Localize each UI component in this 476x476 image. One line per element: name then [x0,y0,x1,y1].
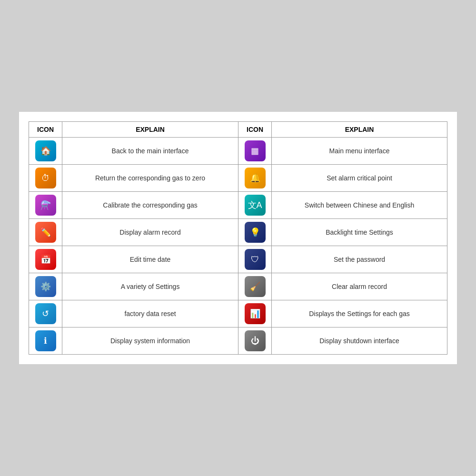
right-explain-cell: Display shutdown interface [272,327,447,355]
icon-info-icon: ℹ [35,330,56,351]
left-explain-cell: Display alarm record [62,219,238,246]
icon-password-icon: 🛡 [245,249,266,270]
left-icon-cell: 📅 [29,246,62,273]
icon-settings-icon: ⚙️ [35,276,56,297]
left-icon-cell: ✏️ [29,219,62,246]
icon-gas-settings-icon: 📊 [245,303,266,324]
icon-clear-icon: 🧹 [245,276,266,297]
icon-time-icon: 📅 [35,249,56,270]
icon-reset-icon: ↺ [35,303,56,324]
left-explain-cell: Return the corresponding gas to zero [62,165,238,192]
icon-lang-icon: 文A [245,195,266,216]
left-icon-cell: ⏱ [29,165,62,192]
right-icon-cell: 📊 [238,300,272,327]
right-icon-cell: 🛡 [238,246,272,273]
icon-menu-icon: ▦ [245,140,266,161]
left-icon-cell: ↺ [29,300,62,327]
left-explain-cell: A variety of Settings [62,273,238,300]
icon-alarm-pt-icon: 🔔 [245,168,266,188]
right-explain-header: EXPLAIN [272,122,447,138]
icon-zero-icon: ⏱ [35,168,56,188]
main-container: ICON EXPLAIN ICON EXPLAIN 🏠Back to the m… [19,112,457,364]
right-explain-cell: Set the password [272,246,447,273]
left-explain-header: EXPLAIN [62,122,238,138]
icon-backlight-icon: 💡 [245,222,266,243]
left-explain-cell: factory data reset [62,300,238,327]
right-icon-cell: 🔔 [238,165,272,192]
icon-home-icon: 🏠 [35,140,56,161]
left-explain-cell: Display system information [62,327,238,355]
left-explain-cell: Edit time date [62,246,238,273]
right-explain-cell: Displays the Settings for each gas [272,300,447,327]
icon-alarm-rec-icon: ✏️ [35,222,56,243]
left-explain-cell: Calibrate the corresponding gas [62,192,238,219]
right-icon-cell: 🧹 [238,273,272,300]
left-icon-cell: ⚙️ [29,273,62,300]
right-explain-cell: Set alarm critical point [272,165,447,192]
right-explain-cell: Clear alarm record [272,273,447,300]
left-explain-cell: Back to the main interface [62,138,238,165]
right-icon-header: ICON [238,122,272,138]
icon-shutdown-icon: ⏻ [245,330,266,351]
icon-table: ICON EXPLAIN ICON EXPLAIN 🏠Back to the m… [29,121,447,355]
icon-calib-icon: ⚗️ [35,195,56,216]
right-icon-cell: 💡 [238,219,272,246]
left-icon-cell: 🏠 [29,138,62,165]
left-icon-header: ICON [29,122,62,138]
right-icon-cell: 文A [238,192,272,219]
right-icon-cell: ▦ [238,138,272,165]
right-explain-cell: Main menu interface [272,138,447,165]
right-explain-cell: Backlight time Settings [272,219,447,246]
right-icon-cell: ⏻ [238,327,272,355]
right-explain-cell: Switch between Chinese and English [272,192,447,219]
left-icon-cell: ⚗️ [29,192,62,219]
left-icon-cell: ℹ [29,327,62,355]
